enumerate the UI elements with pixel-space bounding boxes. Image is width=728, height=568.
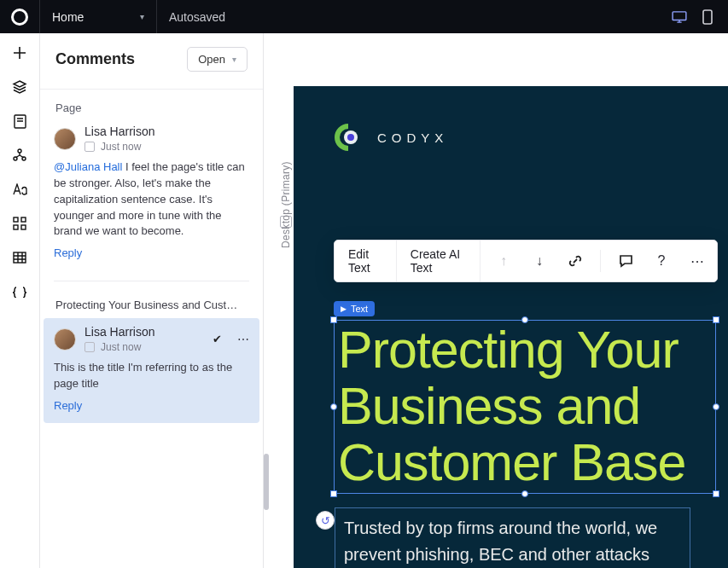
more-options-icon[interactable]: ⋯ (684, 248, 710, 274)
hero-subtitle-text: Trusted by top firms around the world, w… (344, 515, 681, 568)
help-icon[interactable]: ? (649, 248, 674, 274)
page-selector[interactable]: Home ▾ (40, 0, 157, 33)
comment-time: Just now (101, 141, 141, 153)
comments-title: Comments (55, 50, 135, 68)
element-type-tag[interactable]: ▶ Text (334, 301, 375, 316)
svg-rect-7 (21, 217, 26, 222)
revert-icon[interactable]: ↺ (316, 511, 335, 530)
svg-point-3 (18, 149, 21, 153)
element-link-icon (84, 342, 95, 352)
avatar (54, 328, 76, 351)
reply-link[interactable]: Reply (54, 246, 82, 259)
apps-grid-icon[interactable] (12, 216, 27, 231)
svg-rect-9 (21, 225, 26, 229)
canvas-area: Desktop (Primary) CODYX Edit Text Create… (264, 33, 728, 568)
breakpoint-indicator[interactable]: Desktop (Primary) (280, 117, 292, 228)
reply-link[interactable]: Reply (54, 399, 82, 412)
viewport-toggle-group (672, 9, 728, 25)
edit-text-button[interactable]: Edit Text (335, 241, 397, 281)
save-status: Autosaved (157, 10, 237, 24)
comment-item[interactable]: Lisa Harrison Just now ✔ ⋯ This is the t… (44, 318, 259, 423)
brand-name: CODYX (377, 130, 448, 145)
page-selector-label: Home (52, 10, 84, 24)
layers-icon[interactable] (12, 79, 27, 95)
page-icon[interactable] (12, 113, 27, 129)
scrollbar-thumb[interactable] (264, 454, 269, 510)
svg-rect-0 (673, 11, 686, 20)
comments-filter-dropdown[interactable]: Open ▾ (187, 47, 248, 72)
mention[interactable]: @Juliana Hall (54, 160, 122, 173)
resize-handle[interactable] (521, 316, 528, 323)
selected-element[interactable]: ▶ Text Protecting Your Business and Cust… (334, 299, 716, 494)
add-icon[interactable] (12, 45, 27, 61)
chevron-down-icon: ▾ (140, 12, 144, 21)
move-down-icon[interactable]: ↓ (527, 248, 552, 274)
resize-handle[interactable] (330, 316, 337, 323)
svg-rect-8 (14, 225, 18, 229)
mobile-viewport-icon[interactable] (702, 9, 713, 25)
brand-logo-icon (333, 122, 364, 153)
site-structure-icon[interactable] (12, 148, 27, 163)
comment-body: @Juliana Hall I feel the page's title ca… (54, 159, 249, 240)
floating-element-toolbar: Edit Text Create AI Text ↑ ↓ ? ⋯ (334, 240, 718, 282)
resize-handle[interactable] (713, 403, 719, 410)
resize-handle[interactable] (330, 490, 337, 497)
comment-item[interactable]: Lisa Harrison Just now @Juliana Hall I f… (40, 121, 263, 270)
brand-lockup: CODYX (333, 122, 689, 153)
resize-handle[interactable] (713, 490, 719, 497)
resolve-check-icon[interactable]: ✔ (213, 333, 222, 345)
comments-section-label: Page (40, 90, 263, 121)
element-link-icon (84, 142, 95, 152)
resize-handle[interactable] (330, 403, 337, 410)
svg-point-12 (347, 134, 354, 141)
resize-handle[interactable] (713, 316, 719, 323)
comment-author: Lisa Harrison (84, 125, 249, 138)
resize-handle[interactable] (521, 490, 528, 497)
svg-rect-10 (14, 252, 26, 263)
more-options-icon[interactable]: ⋯ (237, 333, 249, 346)
desktop-viewport-icon[interactable] (672, 11, 687, 23)
comments-filter-label: Open (198, 53, 225, 66)
comment-author: Lisa Harrison (84, 325, 204, 339)
hero-title-text[interactable]: Protecting Your Business and Customer Ba… (338, 322, 712, 491)
link-icon[interactable] (562, 248, 588, 274)
create-ai-text-button[interactable]: Create AI Text (397, 241, 480, 281)
typography-icon[interactable] (12, 182, 27, 197)
comment-body: This is the title I'm referring to as th… (54, 360, 249, 392)
logo-ring-icon (11, 9, 28, 26)
comment-thread-target[interactable]: Protecting Your Business and Cust… (40, 292, 263, 318)
selection-box: Protecting Your Business and Customer Ba… (334, 320, 716, 494)
comment-icon[interactable] (613, 248, 638, 274)
comments-panel: Comments Open ▾ Page Lisa Harrison Just … (40, 33, 264, 568)
comment-time: Just now (101, 341, 141, 353)
svg-rect-6 (14, 217, 18, 222)
move-up-icon[interactable]: ↑ (491, 248, 516, 274)
chevron-down-icon: ▾ (232, 55, 236, 64)
top-bar: Home ▾ Autosaved (0, 0, 728, 33)
svg-rect-1 (703, 10, 712, 24)
hero-subtitle-box[interactable]: Trusted by top firms around the world, w… (335, 507, 690, 568)
tool-rail (0, 33, 40, 568)
artboard[interactable]: CODYX Edit Text Create AI Text ↑ ↓ ? ⋯ (294, 86, 728, 568)
avatar (54, 128, 76, 150)
app-logo[interactable] (0, 0, 40, 33)
code-icon[interactable] (12, 284, 27, 299)
divider (54, 281, 249, 281)
table-icon[interactable] (12, 250, 27, 265)
